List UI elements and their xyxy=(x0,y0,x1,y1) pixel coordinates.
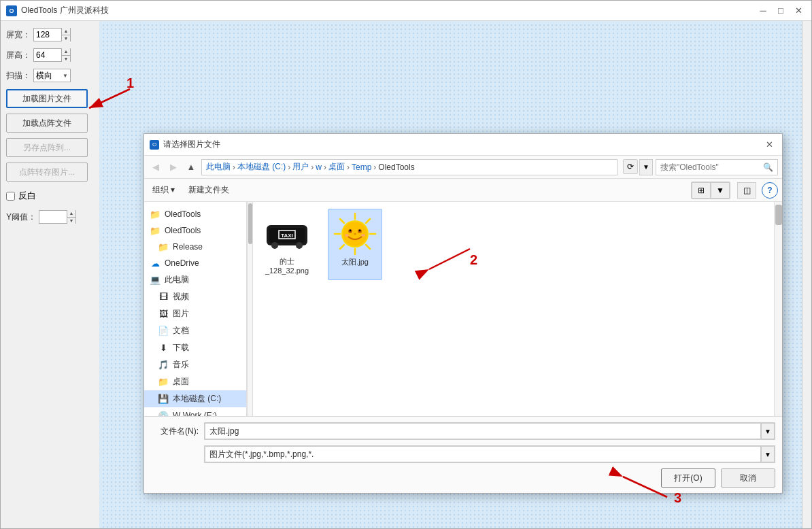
dialog-action-row: 打开(O) 取消 xyxy=(151,468,775,488)
svg-point-20 xyxy=(350,230,352,232)
nav-item-release[interactable]: 📁 Release xyxy=(144,239,246,255)
title-bar-controls: ─ □ ✕ xyxy=(756,3,806,18)
search-box: 🔍 xyxy=(656,159,778,175)
nav-item-oledtools2[interactable]: 📁 OledTools xyxy=(144,222,246,239)
view-dropdown-button[interactable]: ▼ xyxy=(711,182,730,199)
filetype-row: 图片文件(*.jpg,*.bmp,*.png,*. ▼ xyxy=(151,445,775,463)
breadcrumb-thispc[interactable]: 此电脑 xyxy=(206,161,231,173)
left-panel: 屏宽： ▲ ▼ 屏高： ▲ ▼ xyxy=(1,21,99,528)
nav-item-pictures[interactable]: 🖼 图片 xyxy=(144,305,246,322)
files-scrollbar[interactable] xyxy=(774,202,782,416)
preview-pane-button[interactable]: ◫ xyxy=(737,182,756,199)
main-window: O OledTools 广州灵派科技 ─ □ ✕ 屏宽： ▲ ▼ xyxy=(0,0,812,529)
filetype-dropdown-button[interactable]: ▼ xyxy=(761,446,775,462)
nav-label: 音乐 xyxy=(173,359,189,371)
breadcrumb-temp[interactable]: Temp xyxy=(352,163,371,172)
minimize-button[interactable]: ─ xyxy=(756,3,771,18)
invert-label: 反白 xyxy=(18,190,36,202)
nav-item-drive-e[interactable]: 💿 W Work (E:) xyxy=(144,407,246,416)
screen-height-up[interactable]: ▲ xyxy=(62,48,70,56)
screen-width-input[interactable] xyxy=(34,30,61,39)
organize-button[interactable]: 组织 ▾ xyxy=(148,182,179,198)
nav-item-downloads[interactable]: ⬇ 下载 xyxy=(144,339,246,356)
breadcrumb-user[interactable]: w xyxy=(316,163,322,172)
screen-height-row: 屏高： ▲ ▼ xyxy=(6,48,94,62)
scroll-thumb xyxy=(775,205,782,225)
threshold-input[interactable] xyxy=(39,212,67,222)
scan-combo[interactable]: 横向 ▼ xyxy=(33,69,71,82)
dialog-icon: O xyxy=(150,140,159,150)
screen-width-spinbox[interactable]: ▲ ▼ xyxy=(33,28,71,41)
search-input[interactable] xyxy=(660,163,763,172)
nav-label: 此电脑 xyxy=(165,274,189,286)
new-folder-label: 新建文件夹 xyxy=(188,185,229,194)
breadcrumb-users[interactable]: 用户 xyxy=(292,161,309,173)
nav-label: 视频 xyxy=(173,291,189,303)
screen-width-up[interactable]: ▲ xyxy=(62,28,70,35)
load-image-button[interactable]: 加载图片文件 xyxy=(6,89,88,108)
new-folder-button[interactable]: 新建文件夹 xyxy=(184,182,233,198)
nav-item-desktop[interactable]: 📁 桌面 xyxy=(144,373,246,390)
address-dropdown-button[interactable]: ▼ xyxy=(639,159,653,175)
threshold-label: Y阈值： xyxy=(6,211,36,223)
sun-thumbnail xyxy=(331,214,379,254)
screen-width-row: 屏宽： ▲ ▼ xyxy=(6,28,94,41)
up-button[interactable]: ▲ xyxy=(184,160,199,175)
screen-width-down[interactable]: ▼ xyxy=(62,35,70,42)
video-icon: 🎞 xyxy=(158,292,169,303)
dialog-body: 📁 OledTools 📁 OledTools 📁 Release ☁ OneD… xyxy=(144,202,782,416)
invert-row: 反白 xyxy=(6,190,94,202)
this-pc-icon: 💻 xyxy=(150,275,160,286)
scan-value: 横向 xyxy=(36,70,63,82)
threshold-row: Y阈值： ▲ ▼ xyxy=(6,210,94,224)
screen-height-label: 屏高： xyxy=(6,50,31,61)
open-button[interactable]: 打开(O) xyxy=(661,468,715,488)
scan-combo-arrow: ▼ xyxy=(63,73,68,79)
back-button[interactable]: ◀ xyxy=(148,160,163,175)
music-icon: 🎵 xyxy=(158,360,169,371)
save-dot-button[interactable]: 另存点阵到... xyxy=(6,138,88,157)
screen-height-down[interactable]: ▼ xyxy=(62,56,70,63)
screen-height-arrows: ▲ ▼ xyxy=(61,48,70,62)
screen-height-input[interactable] xyxy=(34,50,61,60)
forward-button[interactable]: ▶ xyxy=(166,160,181,175)
invert-checkbox[interactable] xyxy=(6,192,15,201)
load-dot-button[interactable]: 加载点阵文件 xyxy=(6,114,88,133)
svg-point-5 xyxy=(296,242,303,249)
dialog-close-button[interactable]: ✕ xyxy=(762,137,777,152)
maximize-button[interactable]: □ xyxy=(773,3,788,18)
help-button[interactable]: ? xyxy=(762,182,778,199)
breadcrumb-desktop[interactable]: 桌面 xyxy=(328,161,345,173)
nav-item-documents[interactable]: 📄 文档 xyxy=(144,322,246,339)
nav-item-oledtools1[interactable]: 📁 OledTools xyxy=(144,206,246,222)
file-dialog[interactable]: O 请选择图片文件 ✕ ◀ ▶ ▲ 此电脑 › 本地磁盘 (C:) › 用户 ›… xyxy=(143,133,783,494)
nav-item-video[interactable]: 🎞 视频 xyxy=(144,288,246,305)
folder-icon: 📁 xyxy=(150,225,160,236)
threshold-up[interactable]: ▲ xyxy=(67,210,75,218)
save-img-button[interactable]: 点阵转存图片... xyxy=(6,163,88,182)
nav-item-music[interactable]: 🎵 音乐 xyxy=(144,356,246,373)
file-item-sun[interactable]: 太阳.jpg xyxy=(328,209,382,280)
file-item-taxi[interactable]: TAXI 的士_128_32.png xyxy=(260,209,314,280)
threshold-spinbox[interactable]: ▲ ▼ xyxy=(39,210,76,224)
threshold-down[interactable]: ▼ xyxy=(67,218,75,224)
search-icon[interactable]: 🔍 xyxy=(763,163,773,172)
nav-item-thispc[interactable]: 💻 此电脑 xyxy=(144,271,246,288)
drive-icon: 💾 xyxy=(158,394,169,405)
nav-scrollbar[interactable] xyxy=(247,202,252,416)
filetype-input[interactable]: 图片文件(*.jpg,*.bmp,*.png,*. xyxy=(205,446,761,462)
breadcrumb-drive[interactable]: 本地磁盘 (C:) xyxy=(237,161,286,173)
folder-icon: 📁 xyxy=(150,209,160,220)
view-icons-button[interactable]: ⊞ xyxy=(692,182,711,199)
right-scrollbar[interactable] xyxy=(802,21,811,528)
refresh-button[interactable]: ⟳ xyxy=(623,159,638,174)
onedrive-icon: ☁ xyxy=(150,258,160,269)
nav-item-onedrive[interactable]: ☁ OneDrive xyxy=(144,255,246,271)
nav-item-drive-c[interactable]: 💾 本地磁盘 (C:) xyxy=(144,390,246,407)
filename-dropdown-button[interactable]: ▼ xyxy=(761,423,775,439)
filename-input[interactable]: 太阳.jpg xyxy=(205,423,761,439)
filename-combo: 太阳.jpg ▼ xyxy=(204,422,775,440)
screen-height-spinbox[interactable]: ▲ ▼ xyxy=(33,48,71,62)
cancel-button[interactable]: 取消 xyxy=(721,468,775,488)
close-button[interactable]: ✕ xyxy=(791,3,806,18)
